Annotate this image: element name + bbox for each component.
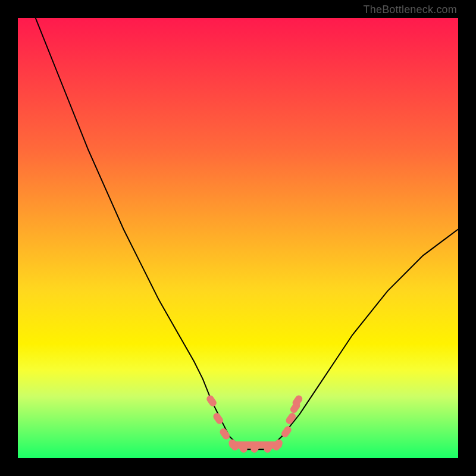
curve-marker (218, 427, 231, 441)
chart-frame: TheBottleneck.com (0, 0, 476, 476)
curve-marker (205, 394, 218, 408)
plot-area (18, 18, 458, 458)
curve-marker (284, 412, 297, 425)
bottleneck-curve (36, 18, 458, 449)
bottleneck-curve-svg (18, 18, 458, 458)
watermark-text: TheBottleneck.com (364, 4, 457, 16)
svg-rect-9 (284, 412, 297, 425)
svg-rect-0 (205, 394, 218, 408)
svg-rect-2 (218, 427, 231, 441)
